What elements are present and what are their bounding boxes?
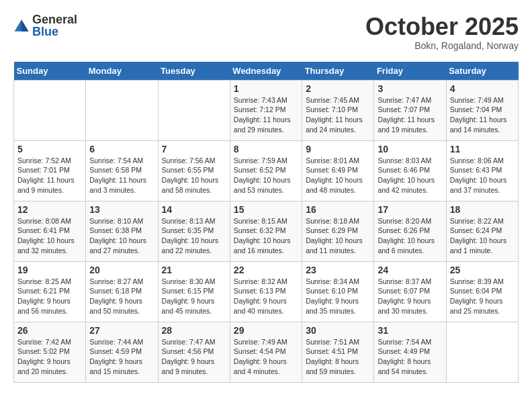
calendar-cell: 19Sunrise: 8:25 AM Sunset: 6:21 PM Dayli… — [14, 261, 86, 322]
day-number: 19 — [17, 265, 82, 275]
day-number: 1 — [234, 83, 298, 94]
day-number: 20 — [89, 265, 154, 275]
logo-general: General — [32, 13, 77, 26]
calendar-cell: 29Sunrise: 7:49 AM Sunset: 4:54 PM Dayli… — [230, 322, 302, 382]
calendar-cell: 2Sunrise: 7:45 AM Sunset: 7:10 PM Daylig… — [302, 80, 374, 140]
calendar-cell: 30Sunrise: 7:51 AM Sunset: 4:51 PM Dayli… — [302, 322, 374, 382]
day-number: 16 — [306, 204, 370, 215]
calendar-cell — [86, 80, 158, 140]
calendar-cell: 18Sunrise: 8:22 AM Sunset: 6:24 PM Dayli… — [446, 201, 518, 261]
calendar-cell: 1Sunrise: 7:43 AM Sunset: 7:12 PM Daylig… — [230, 80, 302, 140]
day-number: 5 — [17, 144, 82, 154]
calendar-cell: 5Sunrise: 7:52 AM Sunset: 7:01 PM Daylig… — [14, 140, 86, 201]
day-info: Sunrise: 8:30 AM Sunset: 6:15 PM Dayligh… — [162, 277, 226, 316]
day-number: 25 — [450, 265, 515, 275]
calendar-cell: 27Sunrise: 7:44 AM Sunset: 4:59 PM Dayli… — [86, 322, 158, 382]
day-number: 23 — [306, 265, 370, 275]
day-number: 14 — [162, 204, 226, 215]
svg-marker-1 — [21, 19, 28, 32]
calendar-week-2: 5Sunrise: 7:52 AM Sunset: 7:01 PM Daylig… — [14, 140, 519, 201]
day-number: 30 — [306, 325, 370, 336]
day-info: Sunrise: 7:47 AM Sunset: 7:07 PM Dayligh… — [378, 95, 442, 135]
day-info: Sunrise: 7:56 AM Sunset: 6:55 PM Dayligh… — [162, 156, 226, 195]
calendar-cell: 14Sunrise: 8:13 AM Sunset: 6:35 PM Dayli… — [158, 201, 230, 261]
day-number: 13 — [89, 204, 154, 215]
day-info: Sunrise: 8:03 AM Sunset: 6:46 PM Dayligh… — [378, 156, 442, 195]
day-number: 26 — [17, 325, 82, 336]
month-year-title: October 2025 — [365, 13, 519, 40]
day-number: 7 — [162, 144, 226, 154]
day-info: Sunrise: 7:43 AM Sunset: 7:12 PM Dayligh… — [234, 95, 298, 135]
day-info: Sunrise: 8:27 AM Sunset: 6:18 PM Dayligh… — [89, 277, 154, 316]
day-number: 10 — [378, 144, 442, 154]
calendar-cell: 15Sunrise: 8:15 AM Sunset: 6:32 PM Dayli… — [230, 201, 302, 261]
day-number: 21 — [162, 265, 226, 275]
day-info: Sunrise: 8:06 AM Sunset: 6:43 PM Dayligh… — [450, 156, 515, 195]
day-info: Sunrise: 8:13 AM Sunset: 6:35 PM Dayligh… — [162, 216, 226, 256]
logo-icon — [13, 17, 30, 34]
calendar-cell: 17Sunrise: 8:20 AM Sunset: 6:26 PM Dayli… — [374, 201, 446, 261]
day-number: 4 — [450, 83, 515, 94]
calendar-cell: 16Sunrise: 8:18 AM Sunset: 6:29 PM Dayli… — [302, 201, 374, 261]
day-info: Sunrise: 8:37 AM Sunset: 6:07 PM Dayligh… — [378, 277, 442, 316]
page-header: General Blue October 2025 Bokn, Rogaland… — [13, 13, 519, 51]
day-info: Sunrise: 7:54 AM Sunset: 4:49 PM Dayligh… — [378, 337, 442, 377]
day-number: 22 — [234, 265, 298, 275]
day-number: 27 — [89, 325, 154, 336]
calendar-week-4: 19Sunrise: 8:25 AM Sunset: 6:21 PM Dayli… — [14, 261, 519, 322]
calendar-cell: 26Sunrise: 7:42 AM Sunset: 5:02 PM Dayli… — [14, 322, 86, 382]
day-info: Sunrise: 8:34 AM Sunset: 6:10 PM Dayligh… — [306, 277, 370, 316]
calendar-cell: 20Sunrise: 8:27 AM Sunset: 6:18 PM Dayli… — [86, 261, 158, 322]
day-info: Sunrise: 8:20 AM Sunset: 6:26 PM Dayligh… — [378, 216, 442, 256]
day-info: Sunrise: 7:42 AM Sunset: 5:02 PM Dayligh… — [17, 337, 82, 377]
col-saturday: Saturday — [446, 62, 518, 81]
logo: General Blue — [13, 13, 77, 38]
calendar-cell: 25Sunrise: 8:39 AM Sunset: 6:04 PM Dayli… — [446, 261, 518, 322]
day-info: Sunrise: 7:47 AM Sunset: 4:56 PM Dayligh… — [162, 337, 226, 377]
day-info: Sunrise: 7:59 AM Sunset: 6:52 PM Dayligh… — [234, 156, 298, 195]
calendar-cell: 28Sunrise: 7:47 AM Sunset: 4:56 PM Dayli… — [158, 322, 230, 382]
calendar-cell: 3Sunrise: 7:47 AM Sunset: 7:07 PM Daylig… — [374, 80, 446, 140]
day-info: Sunrise: 7:51 AM Sunset: 4:51 PM Dayligh… — [306, 337, 370, 377]
calendar-week-1: 1Sunrise: 7:43 AM Sunset: 7:12 PM Daylig… — [14, 80, 519, 140]
calendar-week-3: 12Sunrise: 8:08 AM Sunset: 6:41 PM Dayli… — [14, 201, 519, 261]
calendar-cell: 22Sunrise: 8:32 AM Sunset: 6:13 PM Dayli… — [230, 261, 302, 322]
calendar-cell: 21Sunrise: 8:30 AM Sunset: 6:15 PM Dayli… — [158, 261, 230, 322]
col-wednesday: Wednesday — [230, 62, 302, 81]
day-number: 12 — [17, 204, 82, 215]
day-info: Sunrise: 8:25 AM Sunset: 6:21 PM Dayligh… — [17, 277, 82, 316]
day-info: Sunrise: 8:08 AM Sunset: 6:41 PM Dayligh… — [17, 216, 82, 256]
calendar-cell: 6Sunrise: 7:54 AM Sunset: 6:58 PM Daylig… — [86, 140, 158, 201]
day-number: 9 — [306, 144, 370, 154]
day-number: 11 — [450, 144, 515, 154]
day-number: 17 — [378, 204, 442, 215]
calendar-cell: 9Sunrise: 8:01 AM Sunset: 6:49 PM Daylig… — [302, 140, 374, 201]
day-info: Sunrise: 7:54 AM Sunset: 6:58 PM Dayligh… — [89, 156, 154, 195]
calendar-cell: 13Sunrise: 8:10 AM Sunset: 6:38 PM Dayli… — [86, 201, 158, 261]
day-number: 2 — [306, 83, 370, 94]
day-info: Sunrise: 7:45 AM Sunset: 7:10 PM Dayligh… — [306, 95, 370, 135]
calendar-cell: 23Sunrise: 8:34 AM Sunset: 6:10 PM Dayli… — [302, 261, 374, 322]
header-row: Sunday Monday Tuesday Wednesday Thursday… — [14, 62, 519, 81]
calendar-cell: 7Sunrise: 7:56 AM Sunset: 6:55 PM Daylig… — [158, 140, 230, 201]
calendar-cell: 31Sunrise: 7:54 AM Sunset: 4:49 PM Dayli… — [374, 322, 446, 382]
calendar-cell: 8Sunrise: 7:59 AM Sunset: 6:52 PM Daylig… — [230, 140, 302, 201]
day-info: Sunrise: 8:15 AM Sunset: 6:32 PM Dayligh… — [234, 216, 298, 256]
day-number: 3 — [378, 83, 442, 94]
day-info: Sunrise: 7:49 AM Sunset: 7:04 PM Dayligh… — [450, 95, 515, 135]
day-number: 6 — [89, 144, 154, 154]
calendar-cell — [446, 322, 518, 382]
day-number: 8 — [234, 144, 298, 154]
day-info: Sunrise: 8:22 AM Sunset: 6:24 PM Dayligh… — [450, 216, 515, 256]
day-number: 28 — [162, 325, 226, 336]
day-info: Sunrise: 8:18 AM Sunset: 6:29 PM Dayligh… — [306, 216, 370, 256]
day-info: Sunrise: 8:32 AM Sunset: 6:13 PM Dayligh… — [234, 277, 298, 316]
day-info: Sunrise: 8:01 AM Sunset: 6:49 PM Dayligh… — [306, 156, 370, 195]
logo-blue: Blue — [32, 26, 77, 38]
calendar-cell: 4Sunrise: 7:49 AM Sunset: 7:04 PM Daylig… — [446, 80, 518, 140]
col-tuesday: Tuesday — [158, 62, 230, 81]
calendar-cell — [14, 80, 86, 140]
day-info: Sunrise: 7:49 AM Sunset: 4:54 PM Dayligh… — [234, 337, 298, 377]
day-number: 24 — [378, 265, 442, 275]
col-thursday: Thursday — [302, 62, 374, 81]
